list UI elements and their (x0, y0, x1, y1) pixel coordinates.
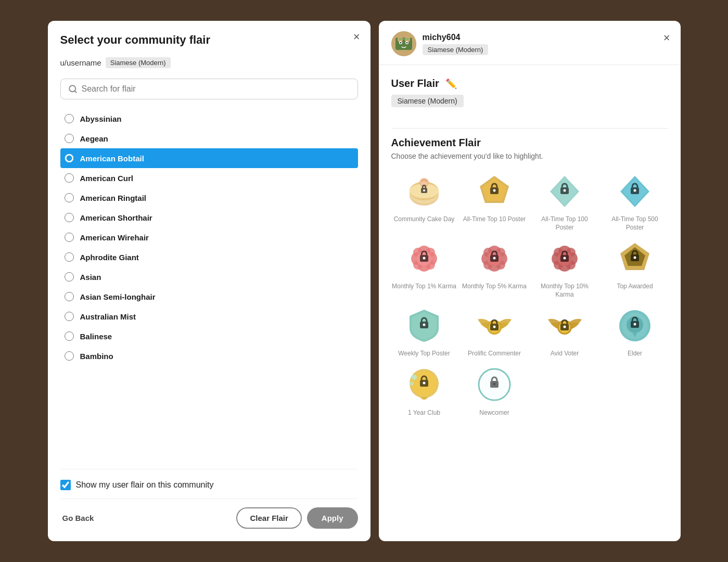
flair-list-item[interactable]: American Curl (60, 168, 358, 188)
svg-point-89 (423, 381, 426, 384)
flair-radio[interactable] (65, 331, 74, 341)
flair-item-label: Australian Mist (80, 312, 136, 321)
svg-point-21 (493, 189, 496, 192)
achievement-label: Monthly Top 1% Karma (392, 283, 456, 291)
search-input[interactable] (82, 84, 350, 94)
achievement-label: Top Awarded (617, 283, 653, 291)
show-flair-row: Show my user flair on this community (60, 469, 358, 499)
achievement-item[interactable]: Monthly Top 10% Karma (532, 238, 598, 299)
achievement-title: Achievement Flair (391, 137, 668, 149)
achievement-label: Prolific Commenter (468, 350, 521, 358)
flair-item-label: Aegean (80, 134, 108, 143)
current-flair-badge: Siamese (Modern) (391, 95, 464, 107)
flair-list-item[interactable]: Aegean (60, 129, 358, 148)
flair-item-label: American Ringtail (80, 194, 147, 202)
achievement-item[interactable]: 1 Year Club (391, 364, 457, 417)
flair-item-label: Aphrodite Giant (80, 253, 139, 262)
achievement-item[interactable]: Elder (602, 305, 668, 358)
flair-radio[interactable] (65, 233, 74, 242)
achievement-label: 1 Year Club (408, 409, 440, 417)
svg-point-86 (412, 375, 417, 380)
go-back-button[interactable]: Go Back (60, 509, 96, 527)
left-close-button[interactable]: × (353, 31, 360, 43)
achievement-section: Achievement Flair Choose the achievement… (391, 137, 668, 417)
header-user-info: michy604 Siamese (Modern) (423, 33, 489, 55)
flair-list-item[interactable]: Balinese (60, 326, 358, 346)
flair-list-item[interactable]: American Bobtail (60, 148, 358, 168)
apply-button[interactable]: Apply (307, 507, 358, 529)
achievement-item[interactable]: Community Cake Day (391, 171, 457, 232)
flair-list-item[interactable]: Australian Mist (60, 306, 358, 326)
flair-list-item[interactable]: Abyssinian (60, 109, 358, 129)
flair-item-label: American Wirehair (80, 233, 149, 242)
achievement-item[interactable]: All-Time Top 500 Poster (602, 171, 668, 232)
flair-list-item[interactable]: American Shorthair (60, 208, 358, 227)
bottom-actions: Go Back Clear Flair Apply (60, 499, 358, 529)
flair-radio[interactable] (65, 173, 74, 183)
show-flair-checkbox[interactable] (60, 480, 71, 490)
achievement-item[interactable]: Prolific Commenter (462, 305, 528, 358)
flair-list-item[interactable]: American Ringtail (60, 188, 358, 208)
achievement-label: Monthly Top 5% Karma (462, 283, 527, 291)
achievement-icon-wrapper (544, 238, 585, 279)
flair-radio[interactable] (65, 272, 74, 282)
flair-item-label: American Curl (80, 174, 134, 183)
flair-list-item[interactable]: Asian (60, 267, 358, 287)
flair-list: AbyssinianAegeanAmerican BobtailAmerican… (60, 109, 358, 463)
user-flair-title: User Flair ✏️ (391, 78, 668, 90)
achievement-badge (617, 174, 653, 209)
svg-rect-10 (399, 39, 409, 40)
achievement-icon-wrapper (544, 171, 585, 212)
achievement-item[interactable]: Newcomer (462, 364, 528, 417)
flair-item-label: American Shorthair (80, 213, 152, 222)
clear-flair-button[interactable]: Clear Flair (236, 507, 301, 529)
edit-flair-icon[interactable]: ✏️ (445, 78, 457, 90)
svg-point-25 (564, 189, 566, 192)
header-flair-badge: Siamese (Modern) (423, 44, 489, 55)
avatar (391, 31, 416, 56)
flair-list-item[interactable]: American Wirehair (60, 227, 358, 247)
achievement-item[interactable]: Weekly Top Poster (391, 305, 457, 358)
panel-title: Select your community flair (60, 33, 358, 47)
achievement-item[interactable]: Monthly Top 5% Karma (462, 238, 528, 299)
achievement-item[interactable]: All-Time Top 10 Poster (462, 171, 528, 232)
achievement-badge (406, 173, 442, 210)
flair-radio[interactable] (65, 292, 74, 301)
achievement-label: Monthly Top 10% Karma (532, 283, 598, 299)
svg-line-1 (74, 91, 76, 92)
flair-radio[interactable] (65, 312, 74, 321)
flair-list-item[interactable]: Aphrodite Giant (60, 247, 358, 267)
achievement-icon-wrapper (614, 171, 656, 212)
search-box (60, 79, 358, 99)
flair-list-item[interactable]: Bambino (60, 346, 358, 366)
achievement-badge (477, 174, 512, 209)
flair-radio[interactable] (65, 154, 74, 163)
username-prefix: u/username (60, 58, 101, 67)
flair-item-label: Bambino (80, 352, 113, 361)
svg-point-29 (634, 189, 636, 192)
flair-radio[interactable] (65, 193, 74, 202)
achievement-badge (406, 308, 442, 344)
flair-item-label: Abyssinian (80, 114, 122, 123)
flair-select-panel: Select your community flair × u/username… (48, 21, 371, 541)
achievement-icon-wrapper (474, 305, 515, 347)
flair-radio[interactable] (65, 213, 74, 222)
achievement-item[interactable]: Monthly Top 1% Karma (391, 238, 457, 299)
svg-point-8 (400, 42, 401, 44)
flair-radio[interactable] (65, 114, 74, 123)
search-icon (68, 84, 78, 94)
right-close-button[interactable]: × (663, 31, 670, 45)
achievement-item[interactable]: All-Time Top 100 Poster (532, 171, 598, 232)
achievement-item[interactable]: Avid Voter (532, 305, 598, 358)
svg-point-93 (493, 383, 495, 386)
action-buttons: Clear Flair Apply (236, 507, 357, 529)
flair-radio[interactable] (65, 351, 74, 361)
achievement-item[interactable]: Top Awarded (602, 238, 668, 299)
flair-item-label: Asian Semi-longhair (80, 292, 156, 301)
flair-radio[interactable] (65, 252, 74, 262)
achievement-badge (478, 368, 512, 402)
flair-radio[interactable] (65, 134, 74, 143)
current-flair-display: Siamese (Modern) (106, 57, 171, 68)
achievement-subtitle: Choose the achievement you'd like to hig… (391, 152, 668, 160)
flair-list-item[interactable]: Asian Semi-longhair (60, 287, 358, 306)
